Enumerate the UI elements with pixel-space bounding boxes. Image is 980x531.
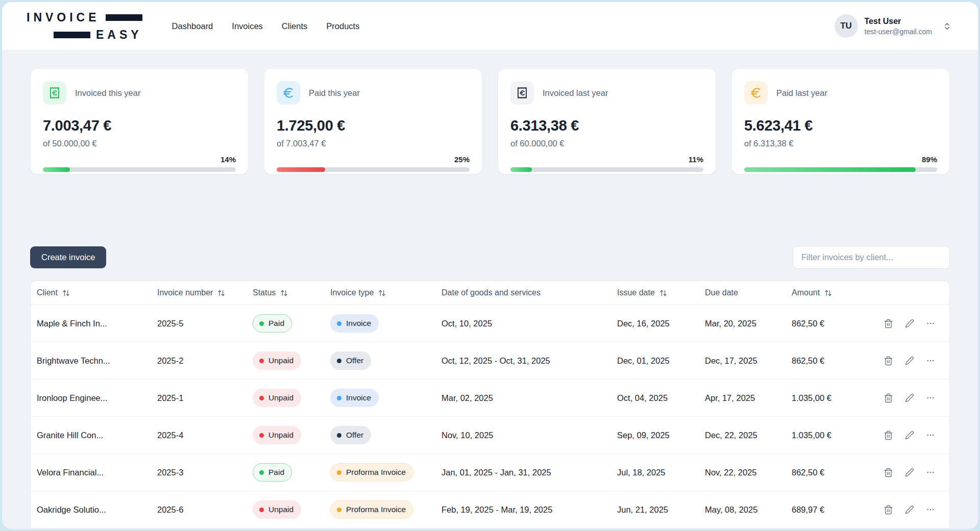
progress-fill <box>744 167 916 172</box>
stat-amount: 6.313,38 € <box>510 117 703 134</box>
pencil-icon <box>905 431 914 440</box>
column-header-issue-date[interactable]: Issue date <box>611 288 699 297</box>
pencil-icon <box>905 393 914 402</box>
stat-card-paid-this-year: Paid this year 1.725,00 € of 7.003,47 € … <box>264 68 482 174</box>
nav-link-invoices[interactable]: Invoices <box>232 21 263 31</box>
arrow-up-down-icon <box>217 289 225 297</box>
pencil-icon <box>905 505 914 514</box>
nav-link-dashboard[interactable]: Dashboard <box>172 21 213 31</box>
stat-card-paid-last-year: Paid last year 5.623,41 € of 6.313,38 € … <box>731 68 950 174</box>
delete-button[interactable] <box>884 356 893 366</box>
more-button[interactable] <box>926 505 935 514</box>
invoice-toolbar: Create invoice <box>30 246 950 269</box>
column-header-invoice-number[interactable]: Invoice number <box>151 288 247 297</box>
nav-link-products[interactable]: Products <box>326 21 359 31</box>
edit-button[interactable] <box>905 393 914 402</box>
receipt-euro-icon <box>510 81 534 105</box>
more-button[interactable] <box>926 356 935 365</box>
invoice-type-badge: Offer <box>330 351 371 370</box>
receipt-euro-icon <box>43 81 66 105</box>
stat-cards: Invoiced this year 7.003,47 € of 50.000,… <box>30 68 950 174</box>
more-button[interactable] <box>926 468 935 477</box>
stat-of: of 7.003,47 € <box>277 139 470 148</box>
column-header-invoice-type[interactable]: Invoice type <box>324 288 435 297</box>
progress-bar <box>744 167 937 172</box>
delete-button[interactable] <box>884 393 893 403</box>
logo-text-line2: EASY <box>96 28 142 42</box>
delete-button[interactable] <box>884 468 893 477</box>
cell-issue-date: Dec, 16, 2025 <box>611 319 699 328</box>
arrow-up-down-icon <box>824 289 832 297</box>
stat-of: of 6.313,38 € <box>744 139 937 148</box>
cell-goods-date: Nov, 10, 2025 <box>435 431 611 440</box>
stat-percent: 89% <box>744 155 937 164</box>
trash-icon <box>884 319 893 328</box>
table-row: Granite Hill Con...2025-4UnpaidOfferNov,… <box>31 417 949 454</box>
arrow-up-down-icon <box>280 289 288 297</box>
delete-button[interactable] <box>884 319 893 328</box>
edit-button[interactable] <box>905 356 914 365</box>
invoice-type-badge: Invoice <box>330 389 379 407</box>
column-header-date-of-goods-and-services: Date of goods and services <box>435 288 611 297</box>
cell-client: Maple & Finch In... <box>31 319 151 328</box>
create-invoice-button[interactable]: Create invoice <box>30 246 106 268</box>
column-label: Status <box>253 288 276 297</box>
avatar: TU <box>835 14 858 38</box>
column-label: Client <box>37 288 58 297</box>
column-header-client[interactable]: Client <box>31 288 151 297</box>
stat-amount: 7.003,47 € <box>43 117 236 134</box>
nav-link-clients[interactable]: Clients <box>282 21 307 31</box>
ellipsis-icon <box>926 505 935 514</box>
table-header-row: ClientInvoice numberStatusInvoice typeDa… <box>31 281 949 305</box>
column-label: Amount <box>792 288 820 297</box>
status-badge: Paid <box>253 463 292 482</box>
cell-invoice-number: 2025-4 <box>151 431 247 440</box>
logo-text-line1: INVOICE <box>27 11 100 24</box>
edit-button[interactable] <box>905 505 914 514</box>
status-badge: Unpaid <box>253 389 301 407</box>
filter-invoices-input[interactable] <box>793 246 950 269</box>
progress-bar <box>510 167 703 172</box>
progress-fill <box>510 167 532 172</box>
cell-goods-date: Oct, 10, 2025 <box>435 319 611 328</box>
status-dot-icon <box>337 508 341 512</box>
more-button[interactable] <box>926 431 935 440</box>
table-row: Ironloop Enginee...2025-1UnpaidInvoiceMa… <box>31 380 949 417</box>
column-header-amount[interactable]: Amount <box>786 288 881 297</box>
cell-amount: 1.035,00 € <box>786 393 881 403</box>
delete-button[interactable] <box>884 431 893 440</box>
cell-goods-date: Mar, 02, 2025 <box>435 393 611 403</box>
edit-button[interactable] <box>905 468 914 477</box>
table-row: Brightwave Techn...2025-2UnpaidOfferOct,… <box>31 342 949 380</box>
cell-amount: 862,50 € <box>786 319 881 328</box>
app-logo: INVOICE EASY <box>27 11 142 42</box>
status-dot-icon <box>337 321 341 326</box>
cell-due-date: Dec, 22, 2025 <box>699 431 786 440</box>
user-menu[interactable]: TU Test User test-user@gmail.com <box>835 14 951 38</box>
column-label: Date of goods and services <box>442 288 541 297</box>
cell-due-date: Nov, 22, 2025 <box>699 468 786 477</box>
edit-button[interactable] <box>905 319 914 328</box>
stat-percent: 14% <box>43 155 236 164</box>
cell-client: Ironloop Enginee... <box>31 393 151 403</box>
edit-button[interactable] <box>905 431 914 440</box>
row-actions <box>881 356 949 366</box>
delete-button[interactable] <box>884 505 893 515</box>
more-button[interactable] <box>926 319 935 328</box>
more-button[interactable] <box>926 393 935 402</box>
cell-amount: 862,50 € <box>786 356 881 366</box>
column-label: Issue date <box>617 288 655 297</box>
invoice-type-badge: Proforma Invoice <box>330 463 413 482</box>
ellipsis-icon <box>926 431 935 440</box>
table-body: Maple & Finch In...2025-5PaidInvoiceOct,… <box>31 305 949 528</box>
pencil-icon <box>905 468 914 477</box>
column-header-status[interactable]: Status <box>247 288 324 297</box>
stat-amount: 1.725,00 € <box>277 117 470 134</box>
cell-invoice-number: 2025-3 <box>151 468 247 477</box>
stat-title: Invoiced last year <box>543 88 608 98</box>
stat-amount: 5.623,41 € <box>744 117 937 134</box>
table-row: Velora Financial...2025-3PaidProforma In… <box>31 454 949 491</box>
table-row: Oakridge Solutio...2025-6UnpaidProforma … <box>31 491 949 528</box>
cell-client: Brightwave Techn... <box>31 356 151 366</box>
euro-icon <box>744 81 768 105</box>
